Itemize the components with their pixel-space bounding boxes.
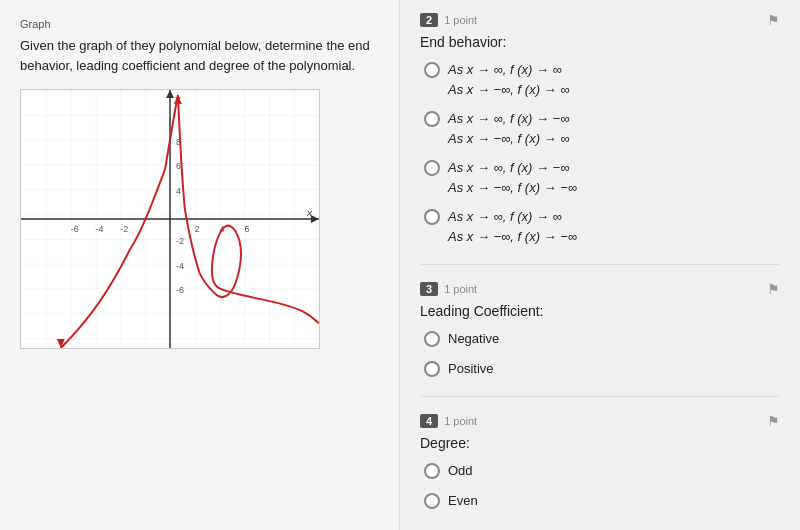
question3-header: 3 1 point ⚑ (420, 281, 780, 297)
option3a[interactable]: Negative (424, 329, 780, 349)
svg-text:6: 6 (244, 224, 249, 234)
question3-title: Leading Coefficient: (420, 303, 780, 319)
option2a-text: As x → ∞, f (x) → ∞ As x → −∞, f (x) → ∞ (448, 60, 569, 99)
section-label: Graph (20, 18, 379, 30)
question3-number: 3 (420, 282, 438, 296)
question2-block: 2 1 point ⚑ End behavior: As x → ∞, f (x… (420, 12, 780, 246)
option2a[interactable]: As x → ∞, f (x) → ∞ As x → −∞, f (x) → ∞ (424, 60, 780, 99)
question3-options: Negative Positive (420, 329, 780, 378)
svg-text:-2: -2 (176, 236, 184, 246)
radio2c[interactable] (424, 160, 440, 176)
svg-text:-2: -2 (120, 224, 128, 234)
option2b-text: As x → ∞, f (x) → −∞ As x → −∞, f (x) → … (448, 109, 569, 148)
svg-text:-4: -4 (176, 261, 184, 271)
radio3a[interactable] (424, 331, 440, 347)
option3b[interactable]: Positive (424, 359, 780, 379)
option3a-text: Negative (448, 329, 499, 349)
question4-points: 1 point (444, 415, 477, 427)
question-text: Given the graph of they polynomial below… (20, 36, 379, 75)
option4b-text: Even (448, 491, 478, 511)
question4-number: 4 (420, 414, 438, 428)
option4a-text: Odd (448, 461, 473, 481)
left-panel: Graph Given the graph of they polynomial… (0, 0, 400, 530)
question4-title: Degree: (420, 435, 780, 451)
graph-container: 2 4 6 -2 -4 -6 6 4 -2 -4 -6 8 y x (20, 89, 320, 349)
question2-title: End behavior: (420, 34, 780, 50)
option2d-text: As x → ∞, f (x) → ∞ As x → −∞, f (x) → −… (448, 207, 577, 246)
divider1 (420, 264, 780, 265)
radio4a[interactable] (424, 463, 440, 479)
radio2b[interactable] (424, 111, 440, 127)
svg-text:4: 4 (176, 186, 181, 196)
svg-text:2: 2 (195, 224, 200, 234)
bookmark4-icon[interactable]: ⚑ (767, 413, 780, 429)
question3-block: 3 1 point ⚑ Leading Coefficient: Negativ… (420, 281, 780, 378)
right-panel: 2 1 point ⚑ End behavior: As x → ∞, f (x… (400, 0, 800, 530)
svg-text:-4: -4 (96, 224, 104, 234)
question4-header: 4 1 point ⚑ (420, 413, 780, 429)
svg-text:6: 6 (176, 161, 181, 171)
divider2 (420, 396, 780, 397)
svg-text:-6: -6 (176, 285, 184, 295)
option2c-text: As x → ∞, f (x) → −∞ As x → −∞, f (x) → … (448, 158, 577, 197)
bookmark2-icon[interactable]: ⚑ (767, 12, 780, 28)
question4-options: Odd Even (420, 461, 780, 510)
question2-header: 2 1 point ⚑ (420, 12, 780, 28)
option2c[interactable]: As x → ∞, f (x) → −∞ As x → −∞, f (x) → … (424, 158, 780, 197)
option2b[interactable]: As x → ∞, f (x) → −∞ As x → −∞, f (x) → … (424, 109, 780, 148)
option4a[interactable]: Odd (424, 461, 780, 481)
radio2a[interactable] (424, 62, 440, 78)
question2-points: 1 point (444, 14, 477, 26)
radio4b[interactable] (424, 493, 440, 509)
graph-svg: 2 4 6 -2 -4 -6 6 4 -2 -4 -6 8 y x (21, 90, 319, 348)
question4-block: 4 1 point ⚑ Degree: Odd Even (420, 413, 780, 510)
bookmark3-icon[interactable]: ⚑ (767, 281, 780, 297)
question2-number: 2 (420, 13, 438, 27)
option2d[interactable]: As x → ∞, f (x) → ∞ As x → −∞, f (x) → −… (424, 207, 780, 246)
option3b-text: Positive (448, 359, 494, 379)
svg-text:x: x (306, 207, 313, 218)
question2-options: As x → ∞, f (x) → ∞ As x → −∞, f (x) → ∞… (420, 60, 780, 246)
option4b[interactable]: Even (424, 491, 780, 511)
svg-text:-6: -6 (71, 224, 79, 234)
radio2d[interactable] (424, 209, 440, 225)
question3-points: 1 point (444, 283, 477, 295)
radio3b[interactable] (424, 361, 440, 377)
